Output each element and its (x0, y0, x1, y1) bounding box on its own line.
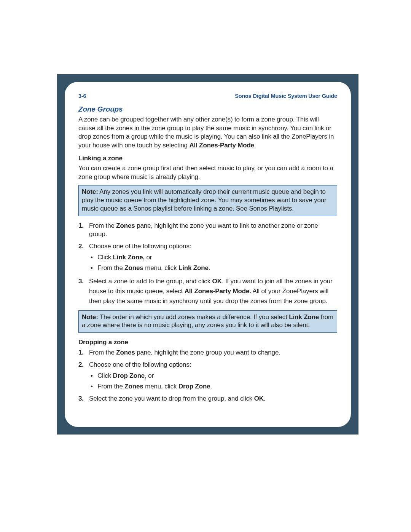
note-label: Note: (82, 188, 98, 195)
bold-text: Link Zone (289, 313, 319, 321)
bold-text: Zones (124, 264, 143, 272)
bold-text: OK (254, 395, 264, 402)
step: Choose one of the following options: Cli… (78, 361, 337, 391)
note-body: Any zones you link will automatically dr… (82, 188, 327, 212)
dropping-steps: From the Zones pane, highlight the zone … (78, 348, 337, 403)
text: From the (97, 264, 124, 272)
text: Choose one of the following options: (89, 361, 191, 368)
bold-text: Zones (116, 222, 135, 229)
note-box-linking: Note: Any zones you link will automatica… (78, 185, 337, 216)
bullet: Click Link Zone, or (89, 253, 337, 262)
sub-bullets: Click Drop Zone, or From the Zones menu,… (89, 372, 337, 391)
bold-text: All Zones-Party Mode. (185, 288, 251, 295)
text: . (209, 264, 210, 272)
text: From the (89, 349, 116, 356)
text: . (210, 383, 212, 390)
text: pane, highlight the zone group you want … (135, 349, 280, 356)
text: . (264, 395, 266, 402)
text: , or (145, 372, 154, 379)
bold-text: Zones (116, 349, 135, 356)
text: or (145, 254, 152, 261)
text: The order in which you add zones makes a… (98, 313, 289, 321)
text: Click (97, 372, 113, 379)
note-label: Note: (82, 313, 98, 321)
text: From the (97, 383, 124, 390)
page-frame: 3-6 Sonos Digital Music System User Guid… (57, 74, 358, 435)
bold-text: All Zones-Party Mode (189, 142, 254, 149)
bullet: From the Zones menu, click Drop Zone. (89, 382, 337, 391)
linking-steps: From the Zones pane, highlight the zone … (78, 222, 337, 307)
sub-bullets: Click Link Zone, or From the Zones menu,… (89, 253, 337, 273)
bold-text: Drop Zone (113, 372, 145, 379)
document-page: 3-6 Sonos Digital Music System User Guid… (65, 82, 351, 427)
bold-text: Drop Zone (178, 383, 210, 390)
bullet: From the Zones menu, click Link Zone. (89, 264, 337, 272)
text: Click (97, 254, 113, 261)
bold-text: Link Zone (178, 264, 209, 272)
step: Select the zone you want to drop from th… (78, 395, 337, 403)
text: Select the zone you want to drop from th… (89, 395, 254, 402)
text: Choose one of the following options: (89, 243, 191, 250)
text: menu, click (143, 264, 178, 272)
text: From the (89, 222, 116, 229)
linking-heading: Linking a zone (78, 154, 337, 163)
step: Choose one of the following options: Cli… (78, 242, 337, 272)
bold-text: Link Zone, (113, 254, 145, 261)
text: Select a zone to add to the group, and c… (89, 278, 212, 285)
linking-intro: You can create a zone group first and th… (78, 164, 337, 181)
bold-text: OK (212, 278, 222, 285)
section-title: Zone Groups (78, 104, 337, 114)
step: From the Zones pane, highlight the zone … (78, 222, 337, 239)
guide-title: Sonos Digital Music System User Guide (235, 93, 337, 100)
bullet: Click Drop Zone, or (89, 372, 337, 380)
step: From the Zones pane, highlight the zone … (78, 348, 337, 357)
step: Select a zone to add to the group, and c… (78, 276, 337, 307)
note-box-linking-2: Note: The order in which you add zones m… (78, 310, 337, 333)
page-header: 3-6 Sonos Digital Music System User Guid… (78, 93, 337, 100)
text: menu, click (143, 383, 178, 390)
bold-text: Zones (124, 383, 143, 390)
text: . (254, 142, 256, 149)
section-intro: A zone can be grouped together with any … (78, 115, 337, 150)
dropping-heading: Dropping a zone (78, 338, 337, 347)
page-number: 3-6 (78, 93, 86, 100)
